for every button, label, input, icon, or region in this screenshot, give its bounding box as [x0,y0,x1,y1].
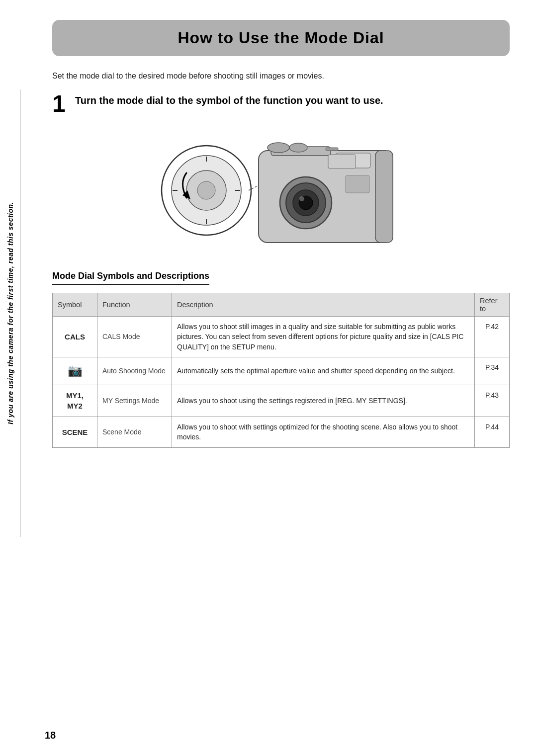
col-function: Function [97,293,172,317]
step-text: Turn the mode dial to the symbol of the … [75,94,383,107]
camera-illustration [52,126,510,255]
svg-rect-22 [326,148,338,151]
cell-description: Allows you to shoot using the settings r… [172,385,475,417]
table-header-row: Symbol Function Description Refer to [53,293,510,317]
cell-function: Scene Mode [97,417,172,448]
cell-description: Allows you to shoot with settings optimi… [172,417,475,448]
page-number: 18 [45,730,56,741]
svg-point-17 [299,196,304,201]
svg-rect-23 [375,151,393,243]
cell-function: MY Settings Mode [97,385,172,417]
section-heading: Mode Dial Symbols and Descriptions [52,271,510,291]
cell-refer: P.34 [475,357,510,385]
cell-function: Auto Shooting Mode [97,357,172,385]
col-description: Description [172,293,475,317]
cell-description: Automatically sets the optimal aperture … [172,357,475,385]
sidebar-label: If you are using the camera for the firs… [0,89,21,537]
cell-description: Allows you to shoot still images in a qu… [172,317,475,357]
intro-text: Set the mode dial to the desired mode be… [52,70,510,82]
svg-point-3 [197,181,215,199]
col-symbol: Symbol [53,293,97,317]
step-number: 1 [52,92,70,116]
cell-function: CALS Mode [97,317,172,357]
col-refer: Refer to [475,293,510,317]
cell-symbol: CALS [53,317,97,357]
cell-symbol: SCENE [53,417,97,448]
table-row: MY1, MY2MY Settings ModeAllows you to sh… [53,385,510,417]
svg-rect-26 [346,175,369,193]
table-row: SCENEScene ModeAllows you to shoot with … [53,417,510,448]
main-content: How to Use the Mode Dial Set the mode di… [25,0,537,473]
page-title: How to Use the Mode Dial [67,29,495,47]
cell-refer: P.42 [475,317,510,357]
title-box: How to Use the Mode Dial [52,20,510,56]
cell-symbol: 📷 [53,357,97,385]
svg-point-21 [289,143,307,152]
mode-table: Symbol Function Description Refer to CAL… [52,293,510,448]
svg-point-24 [268,143,289,153]
cell-refer: P.43 [475,385,510,417]
svg-line-9 [249,185,259,190]
cell-refer: P.44 [475,417,510,448]
camera-diagram [152,126,410,255]
step-heading: 1 Turn the mode dial to the symbol of th… [52,94,510,116]
table-row: CALSCALS ModeAllows you to shoot still i… [53,317,510,357]
table-row: 📷Auto Shooting ModeAutomatically sets th… [53,357,510,385]
svg-rect-25 [328,155,356,168]
cell-symbol: MY1, MY2 [53,385,97,417]
